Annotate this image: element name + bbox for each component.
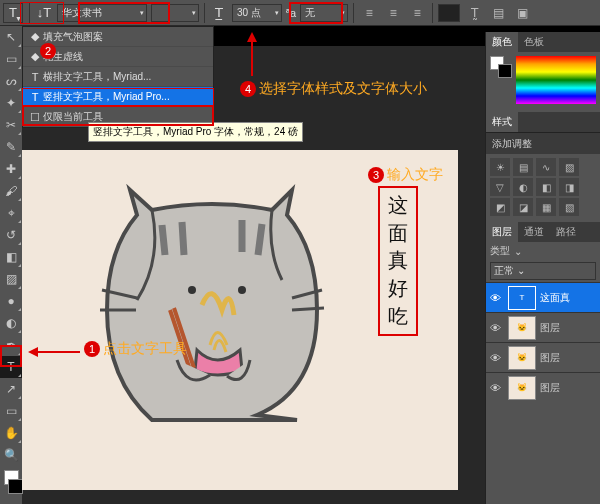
wand-tool[interactable]: ✦ [0, 92, 22, 114]
path-select-tool[interactable]: ↗ [0, 378, 22, 400]
layer-visibility-icon[interactable]: 👁 [486, 382, 504, 394]
shape-tool[interactable]: ▭ [0, 400, 22, 422]
annotation-4: 4选择字体样式及文字体大小 [240, 80, 427, 98]
stamp-tool[interactable]: ⌖ [0, 202, 22, 224]
annotation-arrow-1 [28, 346, 80, 358]
adj-bw-icon[interactable]: ◨ [559, 178, 579, 196]
layer-row[interactable]: 👁 T 这面真 [486, 282, 600, 312]
layer-visibility-icon[interactable]: 👁 [486, 292, 504, 304]
text-color-swatch[interactable] [438, 4, 460, 22]
crop-tool[interactable]: ✂ [0, 114, 22, 136]
svg-point-1 [238, 286, 246, 294]
type-tool[interactable]: T [0, 356, 22, 378]
tab-paths[interactable]: 路径 [550, 222, 582, 242]
annotation-1: 1点击文字工具 [84, 340, 187, 358]
layer-visibility-icon[interactable]: 👁 [486, 352, 504, 364]
adj-mixer-icon[interactable]: ◪ [513, 198, 533, 216]
layer-row[interactable]: 👁🐱图层 [486, 342, 600, 372]
tab-color[interactable]: 颜色 [486, 32, 518, 52]
history-brush-tool[interactable]: ↺ [0, 224, 22, 246]
tooltip: 竖排文字工具，Myriad Pro 字体，常规，24 磅 [88, 122, 303, 142]
eraser-tool[interactable]: ◧ [0, 246, 22, 268]
font-family-dropdown[interactable]: 华文隶书▾ [57, 4, 147, 22]
marquee-tool[interactable]: ▭ [0, 48, 22, 70]
layer-visibility-icon[interactable]: 👁 [486, 322, 504, 334]
lasso-tool[interactable]: ᔕ [0, 70, 22, 92]
preset-row-selected[interactable]: T竖排文字工具，Myriad Pro... [23, 87, 213, 107]
warp-text-icon[interactable]: T̰ [464, 4, 484, 22]
pen-tool[interactable]: ✒ [0, 334, 22, 356]
fg-bg-swatches[interactable] [0, 470, 22, 494]
layer-row[interactable]: 👁🐱图层 [486, 372, 600, 402]
font-size-dropdown[interactable]: 30 点▾ [232, 4, 282, 22]
adj-brightness-icon[interactable]: ☀ [490, 158, 510, 176]
gradient-tool[interactable]: ▨ [0, 268, 22, 290]
size-icon: T̲ [208, 3, 230, 23]
font-style-dropdown[interactable]: ▾ [151, 4, 199, 22]
tab-styles[interactable]: 样式 [486, 112, 518, 132]
adjustments-panel: ☀▤∿▨ ▽◐◧◨ ◩◪▦▧ [486, 154, 600, 222]
align-right-icon[interactable]: ≡ [407, 4, 427, 22]
zoom-tool[interactable]: 🔍 [0, 444, 22, 466]
adj-ramp-icon[interactable]: ▧ [559, 198, 579, 216]
tab-swatches[interactable]: 色板 [518, 32, 550, 52]
vertical-text-box[interactable]: 这 面 真 好 吃 [378, 186, 418, 336]
adj-hue-icon[interactable]: ◐ [513, 178, 533, 196]
character-panel-icon[interactable]: ▤ [488, 4, 508, 22]
tab-layers[interactable]: 图层 [486, 222, 518, 242]
adj-curves-icon[interactable]: ∿ [536, 158, 556, 176]
eyedropper-tool[interactable]: ✎ [0, 136, 22, 158]
layer-row[interactable]: 👁🐱图层 [486, 312, 600, 342]
align-center-icon[interactable]: ≡ [383, 4, 403, 22]
options-bar: T▼ ↓T 华文隶书▾ ▾ T̲ 30 点▾ ªa 无▾ ≡ ≡ ≡ T̰ ▤ … [0, 0, 600, 26]
3d-icon[interactable]: ▣ [512, 4, 532, 22]
anti-alias-dropdown[interactable]: 无▾ [300, 4, 348, 22]
blend-mode-dropdown[interactable]: 正常 ⌄ [490, 262, 596, 280]
adj-lookup-icon[interactable]: ▦ [536, 198, 556, 216]
svg-marker-5 [28, 347, 38, 357]
align-left-icon[interactable]: ≡ [359, 4, 379, 22]
annotation-2: 2 [40, 42, 59, 59]
adj-vibrance-icon[interactable]: ▽ [490, 178, 510, 196]
adj-balance-icon[interactable]: ◧ [536, 178, 556, 196]
annotation-3: 3输入文字 [368, 166, 443, 184]
adjustments-label: 添加调整 [486, 132, 600, 154]
annotation-arrow-4 [246, 32, 258, 76]
blur-tool[interactable]: ● [0, 290, 22, 312]
heal-tool[interactable]: ✚ [0, 158, 22, 180]
color-panel[interactable] [486, 52, 600, 112]
right-panel-dock: 颜色 色板 样式 添加调整 ☀▤∿▨ ▽◐◧◨ ◩◪▦▧ 图层 通道 路径 类型… [485, 32, 600, 504]
spectrum-ramp[interactable] [516, 56, 596, 104]
tool-indicator[interactable]: T▼ [3, 3, 23, 23]
dodge-tool[interactable]: ◐ [0, 312, 22, 334]
svg-point-0 [188, 286, 196, 294]
hand-tool[interactable]: ✋ [0, 422, 22, 444]
adj-levels-icon[interactable]: ▤ [513, 158, 533, 176]
preset-row[interactable]: T横排文字工具，Myriad... [23, 67, 213, 87]
anti-alias-label: ªa [286, 7, 296, 19]
cat-illustration [92, 180, 332, 435]
orientation-toggle[interactable]: ↓T [33, 3, 55, 23]
brush-tool[interactable]: 🖌 [0, 180, 22, 202]
move-tool[interactable]: ↖ [0, 26, 22, 48]
adj-exposure-icon[interactable]: ▨ [559, 158, 579, 176]
tab-channels[interactable]: 通道 [518, 222, 550, 242]
svg-marker-7 [247, 32, 257, 42]
adj-photo-icon[interactable]: ◩ [490, 198, 510, 216]
toolbox: ↖ ▭ ᔕ ✦ ✂ ✎ ✚ 🖌 ⌖ ↺ ◧ ▨ ● ◐ ✒ T ↗ ▭ ✋ 🔍 [0, 26, 22, 504]
